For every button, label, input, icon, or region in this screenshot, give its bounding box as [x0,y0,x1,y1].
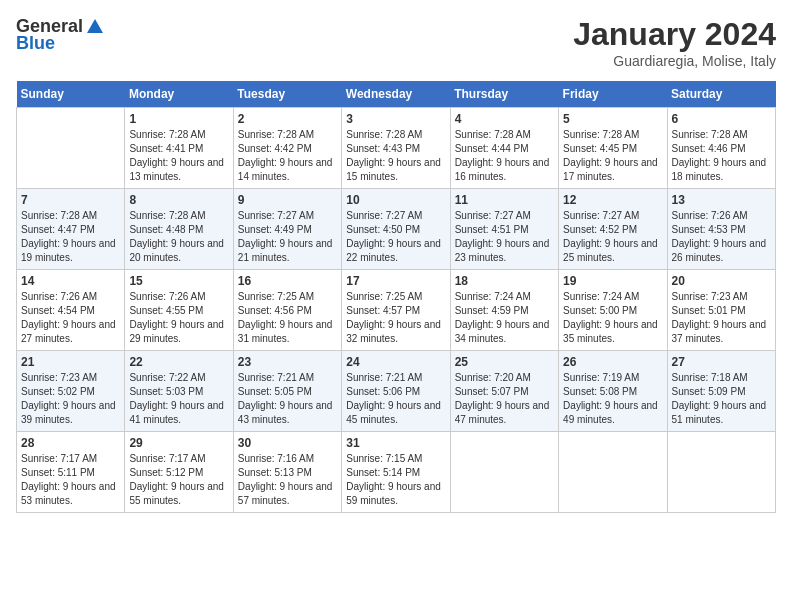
table-row [667,432,775,513]
col-thursday: Thursday [450,81,558,108]
day-info: Sunrise: 7:22 AMSunset: 5:03 PMDaylight:… [129,371,228,427]
day-info: Sunrise: 7:28 AMSunset: 4:44 PMDaylight:… [455,128,554,184]
table-row: 13Sunrise: 7:26 AMSunset: 4:53 PMDayligh… [667,189,775,270]
day-number: 6 [672,112,771,126]
day-number: 24 [346,355,445,369]
day-info: Sunrise: 7:19 AMSunset: 5:08 PMDaylight:… [563,371,662,427]
day-number: 26 [563,355,662,369]
day-number: 13 [672,193,771,207]
table-row: 2Sunrise: 7:28 AMSunset: 4:42 PMDaylight… [233,108,341,189]
table-row: 14Sunrise: 7:26 AMSunset: 4:54 PMDayligh… [17,270,125,351]
day-info: Sunrise: 7:27 AMSunset: 4:49 PMDaylight:… [238,209,337,265]
day-info: Sunrise: 7:28 AMSunset: 4:43 PMDaylight:… [346,128,445,184]
day-number: 30 [238,436,337,450]
day-info: Sunrise: 7:25 AMSunset: 4:57 PMDaylight:… [346,290,445,346]
table-row: 26Sunrise: 7:19 AMSunset: 5:08 PMDayligh… [559,351,667,432]
table-row: 10Sunrise: 7:27 AMSunset: 4:50 PMDayligh… [342,189,450,270]
table-row [450,432,558,513]
day-number: 19 [563,274,662,288]
table-row: 19Sunrise: 7:24 AMSunset: 5:00 PMDayligh… [559,270,667,351]
logo-icon [85,17,105,37]
day-number: 18 [455,274,554,288]
day-number: 28 [21,436,120,450]
table-row: 7Sunrise: 7:28 AMSunset: 4:47 PMDaylight… [17,189,125,270]
calendar-week-row: 21Sunrise: 7:23 AMSunset: 5:02 PMDayligh… [17,351,776,432]
table-row: 23Sunrise: 7:21 AMSunset: 5:05 PMDayligh… [233,351,341,432]
table-row: 24Sunrise: 7:21 AMSunset: 5:06 PMDayligh… [342,351,450,432]
day-info: Sunrise: 7:16 AMSunset: 5:13 PMDaylight:… [238,452,337,508]
day-info: Sunrise: 7:20 AMSunset: 5:07 PMDaylight:… [455,371,554,427]
calendar-week-row: 1Sunrise: 7:28 AMSunset: 4:41 PMDaylight… [17,108,776,189]
table-row: 12Sunrise: 7:27 AMSunset: 4:52 PMDayligh… [559,189,667,270]
col-saturday: Saturday [667,81,775,108]
day-number: 27 [672,355,771,369]
day-number: 31 [346,436,445,450]
day-number: 5 [563,112,662,126]
day-number: 15 [129,274,228,288]
day-number: 1 [129,112,228,126]
table-row: 15Sunrise: 7:26 AMSunset: 4:55 PMDayligh… [125,270,233,351]
day-info: Sunrise: 7:21 AMSunset: 5:06 PMDaylight:… [346,371,445,427]
day-number: 2 [238,112,337,126]
col-friday: Friday [559,81,667,108]
table-row: 30Sunrise: 7:16 AMSunset: 5:13 PMDayligh… [233,432,341,513]
day-number: 11 [455,193,554,207]
table-row: 28Sunrise: 7:17 AMSunset: 5:11 PMDayligh… [17,432,125,513]
table-row: 6Sunrise: 7:28 AMSunset: 4:46 PMDaylight… [667,108,775,189]
day-number: 9 [238,193,337,207]
day-info: Sunrise: 7:27 AMSunset: 4:51 PMDaylight:… [455,209,554,265]
table-row: 21Sunrise: 7:23 AMSunset: 5:02 PMDayligh… [17,351,125,432]
table-row: 16Sunrise: 7:25 AMSunset: 4:56 PMDayligh… [233,270,341,351]
page-header: General Blue January 2024 Guardiaregia, … [16,16,776,69]
table-row: 11Sunrise: 7:27 AMSunset: 4:51 PMDayligh… [450,189,558,270]
table-row: 20Sunrise: 7:23 AMSunset: 5:01 PMDayligh… [667,270,775,351]
table-row: 27Sunrise: 7:18 AMSunset: 5:09 PMDayligh… [667,351,775,432]
logo-blue-text: Blue [16,33,55,54]
day-info: Sunrise: 7:26 AMSunset: 4:54 PMDaylight:… [21,290,120,346]
day-number: 7 [21,193,120,207]
day-info: Sunrise: 7:17 AMSunset: 5:11 PMDaylight:… [21,452,120,508]
calendar-table: Sunday Monday Tuesday Wednesday Thursday… [16,81,776,513]
calendar-week-row: 7Sunrise: 7:28 AMSunset: 4:47 PMDaylight… [17,189,776,270]
title-block: January 2024 Guardiaregia, Molise, Italy [573,16,776,69]
col-sunday: Sunday [17,81,125,108]
col-tuesday: Tuesday [233,81,341,108]
day-info: Sunrise: 7:23 AMSunset: 5:01 PMDaylight:… [672,290,771,346]
day-info: Sunrise: 7:28 AMSunset: 4:47 PMDaylight:… [21,209,120,265]
table-row: 9Sunrise: 7:27 AMSunset: 4:49 PMDaylight… [233,189,341,270]
day-number: 25 [455,355,554,369]
day-number: 12 [563,193,662,207]
table-row: 1Sunrise: 7:28 AMSunset: 4:41 PMDaylight… [125,108,233,189]
calendar-header-row: Sunday Monday Tuesday Wednesday Thursday… [17,81,776,108]
table-row: 17Sunrise: 7:25 AMSunset: 4:57 PMDayligh… [342,270,450,351]
calendar-title: January 2024 [573,16,776,53]
day-info: Sunrise: 7:23 AMSunset: 5:02 PMDaylight:… [21,371,120,427]
day-info: Sunrise: 7:24 AMSunset: 5:00 PMDaylight:… [563,290,662,346]
day-number: 16 [238,274,337,288]
day-info: Sunrise: 7:15 AMSunset: 5:14 PMDaylight:… [346,452,445,508]
day-number: 21 [21,355,120,369]
day-info: Sunrise: 7:28 AMSunset: 4:41 PMDaylight:… [129,128,228,184]
table-row: 3Sunrise: 7:28 AMSunset: 4:43 PMDaylight… [342,108,450,189]
table-row [559,432,667,513]
table-row: 8Sunrise: 7:28 AMSunset: 4:48 PMDaylight… [125,189,233,270]
day-info: Sunrise: 7:17 AMSunset: 5:12 PMDaylight:… [129,452,228,508]
day-number: 29 [129,436,228,450]
day-info: Sunrise: 7:26 AMSunset: 4:53 PMDaylight:… [672,209,771,265]
svg-marker-0 [87,19,103,33]
calendar-subtitle: Guardiaregia, Molise, Italy [573,53,776,69]
day-number: 22 [129,355,228,369]
day-number: 20 [672,274,771,288]
day-info: Sunrise: 7:25 AMSunset: 4:56 PMDaylight:… [238,290,337,346]
table-row: 22Sunrise: 7:22 AMSunset: 5:03 PMDayligh… [125,351,233,432]
logo: General Blue [16,16,105,54]
day-info: Sunrise: 7:28 AMSunset: 4:46 PMDaylight:… [672,128,771,184]
day-info: Sunrise: 7:26 AMSunset: 4:55 PMDaylight:… [129,290,228,346]
day-number: 8 [129,193,228,207]
table-row: 4Sunrise: 7:28 AMSunset: 4:44 PMDaylight… [450,108,558,189]
calendar-week-row: 28Sunrise: 7:17 AMSunset: 5:11 PMDayligh… [17,432,776,513]
col-wednesday: Wednesday [342,81,450,108]
day-number: 4 [455,112,554,126]
day-info: Sunrise: 7:27 AMSunset: 4:52 PMDaylight:… [563,209,662,265]
day-number: 17 [346,274,445,288]
